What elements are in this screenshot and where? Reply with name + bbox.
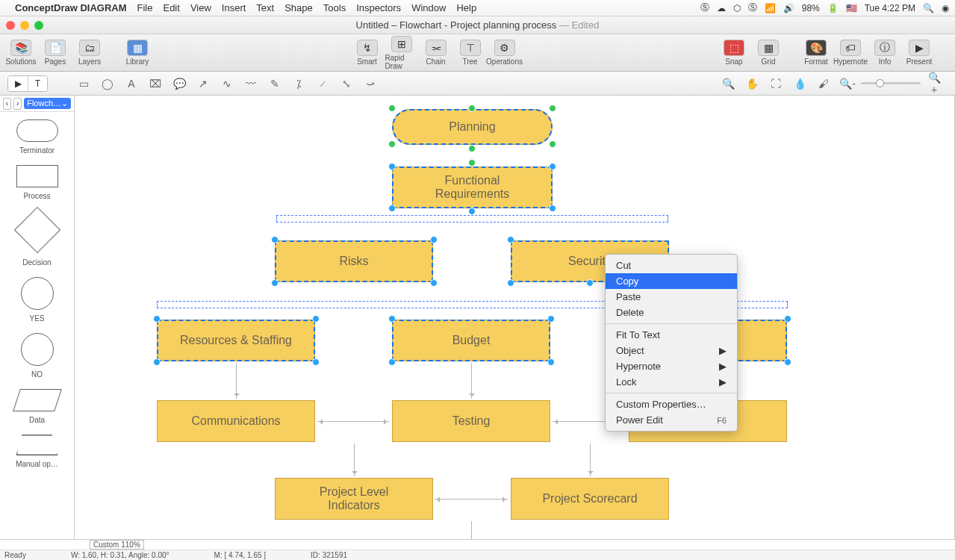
palette-breadcrumb[interactable]: Flowch…⌄: [24, 98, 71, 109]
tb-solutions[interactable]: 📚Solutions: [4, 40, 37, 66]
text-tool[interactable]: T: [28, 76, 47, 91]
tb-present[interactable]: ▶Present: [903, 40, 936, 66]
canvas[interactable]: Planning Functional Requirements Risks S…: [75, 96, 955, 551]
tb-rapiddraw[interactable]: ⊞Rapid Draw: [385, 36, 418, 70]
spline-tool[interactable]: ∿: [218, 78, 236, 90]
tb-layers[interactable]: 🗂Layers: [73, 40, 106, 66]
tb-tree[interactable]: ⊤Tree: [454, 36, 487, 70]
menu-file[interactable]: File: [137, 2, 153, 13]
menu-view[interactable]: View: [190, 2, 211, 13]
node-scorecard[interactable]: Project Scorecard: [511, 478, 669, 520]
tb-pages[interactable]: 📄Pages: [39, 40, 72, 66]
menu-text[interactable]: Text: [256, 2, 274, 13]
palette-terminator[interactable]: Terminator: [0, 112, 74, 158]
handle[interactable]: [271, 279, 279, 287]
ctx-fit-to-text[interactable]: Fit To Text: [606, 327, 737, 343]
tb-format[interactable]: 🎨Format: [800, 40, 833, 66]
pen-tool[interactable]: ✎: [266, 78, 284, 90]
handle[interactable]: [312, 315, 320, 323]
palette-fwd[interactable]: ›: [13, 98, 22, 110]
palette-no[interactable]: NO: [0, 326, 74, 382]
selection-tools[interactable]: ▶T: [7, 75, 48, 92]
zoom-tool[interactable]: 🔍: [719, 78, 737, 90]
node-planning[interactable]: Planning: [392, 109, 553, 145]
siri-icon[interactable]: ◉: [942, 3, 949, 13]
handle[interactable]: [549, 140, 556, 148]
handle[interactable]: [153, 315, 161, 323]
arc-connector-tool[interactable]: ⤻: [361, 78, 379, 90]
node-budget[interactable]: Budget: [392, 320, 550, 361]
zoom-out-icon[interactable]: 🔍-: [839, 78, 856, 90]
tb-snap[interactable]: ⬚Snap: [718, 40, 750, 66]
menu-window[interactable]: Window: [411, 2, 446, 13]
connector-tool[interactable]: ⟋: [314, 78, 332, 90]
line-tool[interactable]: ↗: [194, 78, 212, 90]
close-button[interactable]: [6, 21, 15, 30]
handle[interactable]: [388, 205, 396, 212]
handle[interactable]: [547, 315, 555, 323]
handle[interactable]: [468, 159, 476, 167]
handle[interactable]: [549, 163, 556, 170]
node-testing[interactable]: Testing: [392, 400, 550, 442]
handle[interactable]: [271, 236, 279, 243]
ctx-lock[interactable]: Lock▶: [606, 374, 737, 390]
node-comms[interactable]: Communications: [157, 400, 315, 442]
handle[interactable]: [468, 145, 476, 152]
node-resources[interactable]: Resources & Staffing: [157, 320, 315, 361]
palette-process[interactable]: Process: [0, 158, 74, 203]
zoom-slider[interactable]: [861, 82, 921, 84]
handle[interactable]: [153, 358, 161, 366]
handle[interactable]: [388, 163, 396, 170]
node-pli[interactable]: Project Level Indicators: [275, 478, 433, 520]
callout-tool[interactable]: 💬: [170, 78, 188, 90]
brush-tool[interactable]: 🖌: [815, 78, 833, 90]
ellipse-tool[interactable]: ◯: [99, 78, 116, 90]
handle[interactable]: [430, 236, 438, 243]
palette-yes[interactable]: YES: [0, 270, 74, 326]
handle[interactable]: [312, 358, 320, 366]
menu-tools[interactable]: Tools: [323, 2, 346, 13]
handle[interactable]: [388, 315, 396, 323]
ctx-cut[interactable]: Cut: [606, 258, 737, 273]
handle[interactable]: [549, 205, 556, 212]
ctx-custom-props[interactable]: Custom Properties…: [606, 396, 737, 412]
stamp-tool[interactable]: ⛶: [767, 78, 785, 90]
textbox-tool[interactable]: ⌧: [146, 78, 164, 90]
tb-smart[interactable]: ↯Smart: [351, 36, 384, 70]
zoom-in-icon[interactable]: 🔍+: [925, 72, 943, 96]
handle[interactable]: [468, 208, 476, 215]
handle[interactable]: [586, 279, 594, 287]
text-shape-tool[interactable]: A: [122, 78, 140, 90]
pan-tool[interactable]: ✋: [743, 78, 761, 90]
rect-tool[interactable]: ▭: [75, 78, 93, 90]
handle[interactable]: [549, 105, 556, 112]
handle[interactable]: [784, 315, 791, 323]
node-funcreq[interactable]: Functional Requirements: [392, 167, 553, 208]
tb-operations[interactable]: ⚙Operations: [488, 36, 521, 70]
menu-insert[interactable]: Insert: [222, 2, 246, 13]
node-risks[interactable]: Risks: [275, 240, 433, 282]
palette-data[interactable]: Data: [0, 382, 74, 427]
handle[interactable]: [388, 358, 396, 366]
palette-manualop[interactable]: Manual op…: [0, 427, 74, 471]
spotlight-icon[interactable]: 🔍: [923, 3, 934, 13]
handle[interactable]: [507, 279, 514, 287]
handle[interactable]: [468, 105, 476, 112]
ctx-hypernote[interactable]: Hypernote▶: [606, 358, 737, 374]
palette-back[interactable]: ‹: [3, 98, 11, 110]
menu-help[interactable]: Help: [456, 2, 476, 13]
dropper-tool[interactable]: 💧: [791, 78, 809, 90]
handle[interactable]: [507, 236, 514, 243]
ctx-delete[interactable]: Delete: [606, 305, 737, 320]
menu-shape[interactable]: Shape: [284, 2, 313, 13]
handle[interactable]: [547, 358, 555, 366]
ctx-paste[interactable]: Paste: [606, 289, 737, 305]
zoom-combo[interactable]: Custom 110%: [90, 540, 144, 550]
handle[interactable]: [388, 140, 396, 148]
tb-grid[interactable]: ▦Grid: [752, 40, 785, 66]
palette-decision[interactable]: Decision: [0, 203, 74, 270]
pointer-tool[interactable]: ▶: [8, 76, 28, 91]
minimize-button[interactable]: [20, 21, 29, 30]
handle[interactable]: [430, 279, 438, 287]
tb-hypernote[interactable]: 🏷Hypernote: [834, 40, 867, 66]
